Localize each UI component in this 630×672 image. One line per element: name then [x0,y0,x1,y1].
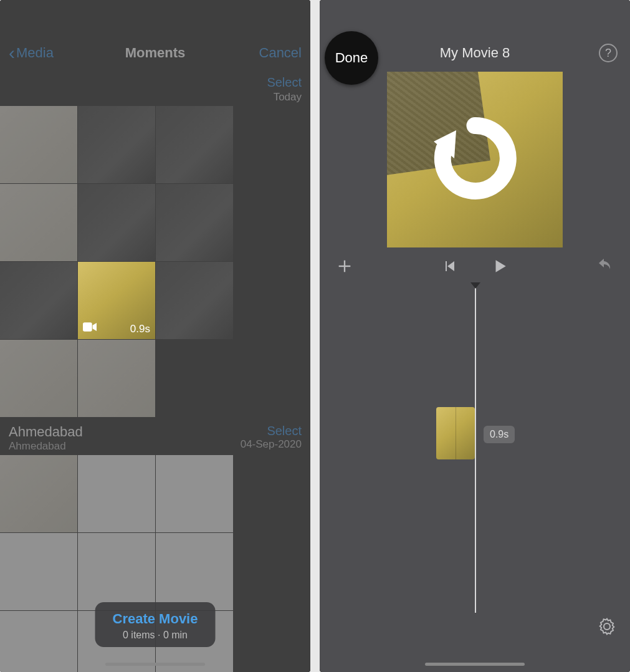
media-thumbnail[interactable] [78,106,155,183]
media-thumbnail[interactable] [78,455,155,532]
timeline-clip[interactable] [436,407,475,459]
media-grid-today: 0.9s [0,106,310,418]
section-header-ahmedabad: Ahmedabad Ahmedabad Select 04-Sep-2020 [0,418,310,455]
cancel-button[interactable]: Cancel [259,45,302,61]
editor-screen: My Movie 8 ? Done [320,0,630,672]
skip-start-button[interactable] [442,258,457,274]
media-thumbnail[interactable] [156,184,233,261]
media-thumbnail[interactable] [0,533,77,610]
done-label: Done [335,50,368,66]
svg-rect-0 [83,322,92,332]
undo-button[interactable] [596,259,614,274]
media-thumbnail[interactable] [0,262,77,339]
media-thumbnail[interactable] [156,533,233,610]
selected-video-thumbnail[interactable]: 0.9s [78,262,155,339]
playhead[interactable] [475,282,476,613]
media-picker-screen: ‹ Media Moments Cancel Select Today 0.9s [0,0,310,672]
section-date: 04-Sep-2020 [241,438,302,451]
media-thumbnail[interactable] [156,106,233,183]
nav-bar: ‹ Media Moments Cancel [0,34,310,72]
home-indicator[interactable] [105,663,205,666]
help-icon: ? [605,47,611,60]
section-subtitle: Ahmedabad [9,440,83,453]
skip-previous-icon [442,259,457,274]
create-movie-title: Create Movie [113,611,198,627]
rotate-ccw-icon [428,112,522,208]
media-thumbnail[interactable] [78,340,155,417]
done-button[interactable]: Done [325,31,378,85]
clip-duration: 0.9s [130,323,150,335]
chevron-left-icon: ‹ [9,42,15,64]
select-button[interactable]: Select [241,424,302,438]
home-indicator[interactable] [425,663,525,666]
gear-icon [598,617,616,636]
help-button[interactable]: ? [599,44,618,62]
back-label: Media [16,45,54,61]
media-thumbnail[interactable] [156,262,233,339]
section-title: Ahmedabad [9,424,83,440]
create-movie-button[interactable]: Create Movie 0 items · 0 min [95,602,216,647]
media-thumbnail[interactable] [78,184,155,261]
media-thumbnail[interactable] [0,184,77,261]
select-button[interactable]: Select [267,75,302,90]
media-thumbnail[interactable] [0,340,77,417]
undo-icon [596,259,614,274]
section-header-today: Select Today [0,72,310,106]
video-preview[interactable] [387,72,563,247]
timeline-clip-duration: 0.9s [484,426,515,443]
play-icon [492,258,508,274]
section-subtitle: Today [274,91,302,103]
media-thumbnail[interactable] [0,106,77,183]
timeline[interactable]: 0.9s [320,282,630,631]
media-picker-content: ‹ Media Moments Cancel Select Today 0.9s [0,0,310,672]
media-thumbnail[interactable] [0,455,77,532]
create-movie-subtitle: 0 items · 0 min [113,630,198,641]
back-button[interactable]: ‹ Media [9,42,54,64]
settings-button[interactable] [598,617,616,638]
play-button[interactable] [492,258,508,274]
plus-icon [336,257,353,275]
media-thumbnail[interactable] [78,533,155,610]
media-thumbnail[interactable] [0,611,77,672]
media-thumbnail[interactable] [156,455,233,532]
add-media-button[interactable] [336,257,353,275]
transport-bar [320,247,630,282]
video-icon [83,322,97,334]
editor-content: My Movie 8 ? Done [320,0,630,672]
project-title: My Movie 8 [440,45,510,61]
